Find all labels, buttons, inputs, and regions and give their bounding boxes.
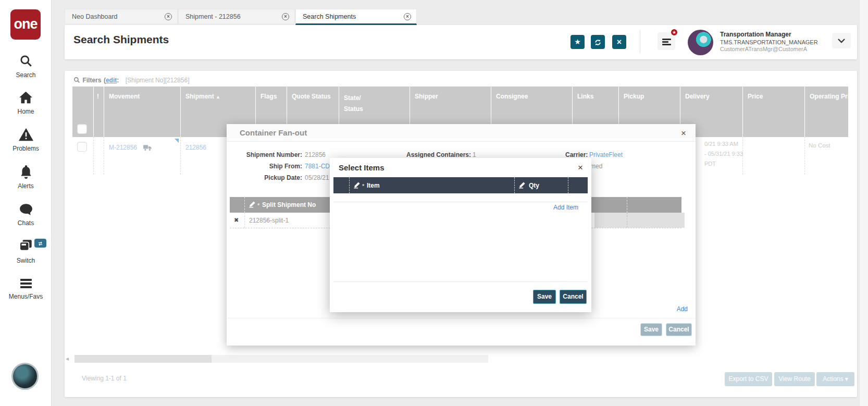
sidebar-item-problems[interactable]: Problems (0, 128, 52, 152)
sidebar-item-search[interactable]: Search (0, 54, 52, 79)
tab-label: Neo Dashboard (72, 13, 160, 20)
tab-label: Search Shipments (303, 13, 400, 20)
user-email: CustomerATransMgr@CustomerA (720, 46, 840, 52)
sidebar: one Search Home Problems Alerts Chats (0, 0, 52, 406)
view-route-button[interactable]: View Route (774, 372, 815, 386)
edit-pencil-icon (353, 181, 361, 191)
quick-menu-button[interactable]: ★ (658, 32, 675, 50)
user-name: Transportation Manager (720, 31, 840, 38)
movement-link[interactable]: M-212856 (109, 144, 137, 151)
add-item-link[interactable]: Add Item (553, 204, 578, 211)
filters-colon: : (117, 77, 119, 84)
sidebar-item-label: Alerts (0, 182, 52, 190)
search-icon (19, 60, 33, 69)
tab-close-icon[interactable]: × (404, 13, 411, 20)
hamburger-icon (19, 282, 33, 291)
one-logo[interactable]: one (10, 9, 41, 40)
home-icon (19, 97, 33, 106)
scroll-left-arrow[interactable]: ◂ (66, 355, 69, 363)
delivery-date-line: 0/21 9:33 AM (704, 139, 743, 149)
bell-icon (20, 171, 32, 180)
warning-triangle-icon (19, 134, 33, 143)
menu-lines-icon (662, 36, 671, 45)
filters-value: [Shipment No][212856] (126, 77, 190, 84)
sidebar-item-label: Home (0, 108, 52, 115)
required-asterisk: * (257, 202, 259, 208)
carrier-label: Carrier: (565, 151, 588, 158)
operating-price-value: No Cost (809, 142, 830, 149)
add-split-link[interactable]: Add (677, 305, 688, 313)
viewing-count: Viewing 1-1 of 1 (82, 375, 127, 382)
user-menu-chevron-button[interactable] (832, 33, 851, 48)
note-corner-icon (175, 139, 179, 143)
column-header-operating-price[interactable]: Operating Price (804, 87, 848, 137)
sidebar-item-label: Chats (0, 219, 52, 227)
chevron-down-icon (838, 36, 845, 45)
row-alert-cell (93, 137, 104, 175)
fanout-save-button[interactable]: Save (640, 323, 662, 336)
sidebar-item-alerts[interactable]: Alerts (0, 165, 52, 190)
refresh-button[interactable] (591, 35, 605, 49)
filters-label: Filters (82, 77, 101, 84)
scrollbar-thumb[interactable] (75, 355, 212, 363)
sidebar-item-menus-favs[interactable]: Menus/Favs (0, 278, 52, 300)
bottom-avatar-globe-icon[interactable] (11, 363, 39, 390)
user-info: Transportation Manager TMS.TRANSPORTATIO… (720, 31, 840, 52)
remove-row-x-icon[interactable]: ✖ (234, 217, 239, 224)
close-page-button[interactable]: × (612, 35, 626, 49)
switch-windows-icon (18, 246, 34, 255)
qty-column-header: Qty (529, 182, 539, 189)
close-icon: × (617, 38, 622, 46)
fanout-cancel-button[interactable]: Cancel (666, 323, 692, 336)
assigned-containers-label: Assigned Containers: (406, 151, 471, 158)
select-items-table-header: * Item Qty (333, 177, 588, 193)
shipment-link[interactable]: 212856 (185, 144, 206, 151)
tab-neo-dashboard[interactable]: Neo Dashboard × (65, 9, 178, 23)
switch-badge-icon[interactable] (34, 239, 46, 248)
page-header: Search Shipments ★ × ★ Transportation Ma… (65, 25, 857, 59)
shipment-number-label: Shipment Number: (227, 151, 302, 158)
tab-search-shipments[interactable]: Search Shipments × (295, 9, 417, 25)
favorite-button[interactable]: ★ (571, 35, 585, 49)
column-header-alert[interactable]: ! (93, 87, 104, 137)
close-icon[interactable]: × (681, 129, 686, 138)
sidebar-item-chats[interactable]: Chats (0, 203, 52, 227)
filter-search-icon (73, 75, 80, 84)
user-role: TMS.TRANSPORTATION_MANAGER (720, 39, 840, 45)
select-items-save-button[interactable]: Save (533, 290, 556, 304)
ship-from-label: Ship From: (227, 163, 302, 170)
select-all-checkbox[interactable] (77, 124, 87, 134)
tab-shipment-212856[interactable]: Shipment - 212856 × (178, 9, 295, 23)
split-shipment-no-value[interactable]: 212856-split-1 (249, 217, 289, 224)
page-title: Search Shipments (73, 33, 169, 46)
assigned-containers-value: 1 (473, 151, 476, 158)
sidebar-item-switch[interactable]: Switch (0, 239, 52, 264)
horizontal-scrollbar[interactable]: ◂ (75, 355, 488, 363)
select-items-modal: Select Items × * Item Qty Add Item Save … (330, 158, 591, 312)
row-movement-cell: M-212856 (104, 137, 180, 175)
column-header-price[interactable]: Price (742, 87, 804, 137)
export-to-csv-button[interactable]: Export to CSV (725, 372, 772, 386)
chat-bubble-icon (19, 208, 33, 217)
row-operating-price-cell: No Cost (804, 137, 848, 175)
filters-edit-link[interactable]: edit (106, 77, 117, 84)
close-icon[interactable]: × (578, 163, 583, 172)
row-checkbox[interactable] (77, 142, 87, 152)
actions-button[interactable]: Actions ▾ (816, 372, 854, 386)
tab-close-icon[interactable]: × (165, 13, 172, 20)
tab-close-icon[interactable]: × (282, 13, 289, 20)
caret-down-icon: ▾ (845, 375, 848, 383)
user-avatar[interactable] (688, 30, 713, 55)
sidebar-item-label: Search (0, 71, 52, 79)
select-items-cancel-button[interactable]: Cancel (560, 290, 587, 304)
favorites-badge-icon: ★ (670, 28, 678, 36)
carrier-link[interactable]: PrivateFleet (589, 151, 623, 158)
sidebar-item-home[interactable]: Home (0, 91, 52, 115)
readonly-cell (594, 213, 685, 228)
modal-title: Container Fan-out (240, 128, 307, 137)
column-header-movement[interactable]: Movement (104, 87, 180, 137)
filters-bar: Filters (edit: [Shipment No][212856] (73, 75, 189, 84)
refresh-icon (594, 38, 602, 46)
vertical-scrollbar[interactable] (859, 0, 868, 406)
delivery-date-line: PDT (704, 159, 743, 169)
